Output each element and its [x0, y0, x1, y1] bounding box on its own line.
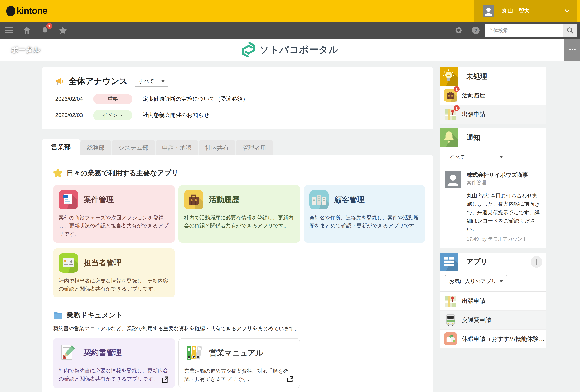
app-item-transport-expense[interactable]: 交通費申請 — [440, 311, 546, 330]
app-card-contract-management[interactable]: 契約書管理 社内で契約書に必要な情報を登録し、更新内容の確認と関係者共有ができる… — [53, 338, 175, 388]
announcement-title: 全体アナウンス — [69, 76, 128, 87]
user-name: 丸山 智大 — [502, 7, 565, 14]
announcement-filter-value: すべて — [139, 78, 154, 84]
map-icon: 1 — [444, 108, 457, 121]
pending-count-badge: 1 — [454, 86, 459, 92]
lightbulb-icon — [440, 67, 458, 86]
star-icon — [58, 26, 67, 35]
pending-item-activity-history[interactable]: 1 活動履歴 — [440, 86, 546, 105]
pending-item-business-trip[interactable]: 1 出張申請 — [440, 105, 546, 124]
documents-section-description: 契約書や営業マニュアルなど、業務で利用する重要な資料を確認・共有できるアプリをま… — [53, 326, 422, 332]
dropdown-caret-icon — [500, 280, 503, 283]
main-content: 全体アナウンス すべて 2026/02/04 重要 定期健康診断の実施について（… — [42, 67, 433, 392]
favorites-button[interactable] — [58, 25, 68, 35]
gear-icon — [454, 26, 463, 34]
vacation-book-icon — [444, 332, 457, 346]
user-menu[interactable]: 丸山 智大 — [474, 0, 577, 22]
notification-item[interactable]: 株式会社サイボウズ商事 案件管理 丸山 智大 本日お打ち合わせ実施しました。提案… — [440, 167, 546, 248]
announcement-filter-select[interactable]: すべて — [134, 76, 169, 87]
notifications-title: 通知 — [466, 133, 480, 142]
app-card-title: 案件管理 — [84, 195, 114, 205]
tab-system[interactable]: システム部 — [112, 140, 155, 155]
id-card-icon — [59, 253, 78, 273]
search-button[interactable] — [563, 24, 577, 36]
app-card-case-management[interactable]: 案件管理 案件の商談フェーズや次回アクションを登録し、更新状況の確認と担当者共有… — [53, 185, 175, 243]
portal-more-button[interactable] — [565, 39, 580, 61]
sotobako-logo-icon — [242, 41, 256, 58]
home-button[interactable] — [22, 25, 32, 35]
map-icon — [444, 294, 457, 308]
app-card-title: 活動履歴 — [209, 195, 239, 205]
notification-count-badge: 1 — [46, 23, 52, 29]
bell-tile-icon — [440, 128, 458, 147]
tab-content-panel: 日々の業務で利用する主要なアプリ — [42, 155, 433, 392]
notifications-filter-value: すべて — [449, 154, 465, 160]
app-card-activity-history[interactable]: 活動履歴 社内で活動履歴に必要な情報を登録し、更新内容の確認と関係者共有ができる… — [178, 185, 300, 243]
megaphone-icon — [55, 76, 65, 86]
apps-filter-select[interactable]: お気に入りのアプリ — [445, 275, 508, 288]
global-navbar: 1 ? — [0, 22, 580, 39]
external-link-icon[interactable] — [287, 376, 294, 383]
user-avatar-icon — [483, 5, 494, 17]
kintone-logo[interactable]: kintone — [6, 5, 47, 16]
app-card-customer-management[interactable]: 顧客管理 会社名や住所、連絡先を登録し、案件や活動履歴をまとめて確認・更新ができ… — [304, 185, 425, 243]
notification-avatar — [445, 171, 461, 188]
external-link-icon[interactable] — [161, 376, 169, 383]
help-button[interactable]: ? — [472, 26, 479, 34]
app-item-label: 交通費申請 — [462, 316, 491, 324]
briefcase-icon: 1 — [444, 89, 457, 102]
notification-app-name: 案件管理 — [467, 180, 528, 186]
apps-tile-icon — [440, 253, 458, 271]
notification-by-label: by — [482, 236, 487, 242]
add-app-button[interactable] — [531, 256, 542, 268]
pending-item-label: 出張申請 — [462, 110, 485, 118]
announcement-date: 2026/02/04 — [55, 96, 90, 102]
document-apps-grid: 契約書管理 社内で契約書に必要な情報を登録し、更新内容の確認と関係者共有ができる… — [53, 338, 422, 388]
question-icon: ? — [472, 26, 479, 34]
hamburger-menu-button[interactable] — [4, 25, 14, 35]
notification-meta: 17:49 by デモ用アカウント — [467, 236, 541, 243]
app-card-description: 社内で契約書に必要な情報を登録し、更新内容の確認と関係者共有ができるアプリです。 — [59, 367, 169, 383]
memo-icon — [59, 343, 78, 363]
app-item-label: 休暇申請（おすすめ機能体験パ… — [462, 335, 546, 343]
pending-item-label: 活動履歴 — [462, 91, 485, 99]
daily-apps-grid: 案件管理 案件の商談フェーズや次回アクションを登録し、更新状況の確認と担当者共有… — [53, 185, 422, 298]
kintone-portal-page: kintone 丸山 智大 — [0, 0, 580, 392]
topbar: kintone 丸山 智大 — [0, 0, 580, 22]
folder-icon — [53, 311, 62, 319]
announcement-panel: 全体アナウンス すべて 2026/02/04 重要 定期健康診断の実施について（… — [42, 67, 433, 130]
tab-internal-share[interactable]: 社内共有 — [199, 140, 235, 155]
portal-header: ポータル ソトバコポータル — [0, 39, 580, 61]
tab-general-affairs[interactable]: 総務部 — [80, 140, 111, 155]
app-card-description: 社内で担当者に必要な情報を登録し、更新内容の確認と関係者共有ができるアプリです。 — [59, 277, 169, 293]
app-card-staff-management[interactable]: 担当者管理 社内で担当者に必要な情報を登録し、更新内容の確認と関係者共有ができる… — [53, 249, 175, 298]
hamburger-icon — [5, 27, 13, 33]
portal-tabs: 営業部 総務部 システム部 申請・承認 社内共有 管理者用 — [42, 139, 433, 155]
kintone-logo-text: kintone — [16, 5, 47, 16]
notifications-button[interactable]: 1 — [40, 25, 50, 35]
tab-admin[interactable]: 管理者用 — [236, 140, 273, 155]
app-item-label: 出張申請 — [462, 297, 485, 305]
pending-count-badge: 1 — [454, 105, 459, 111]
global-search-input[interactable] — [485, 24, 563, 36]
pending-title: 未処理 — [466, 72, 487, 81]
home-icon — [22, 26, 31, 35]
announcement-link[interactable]: 定期健康診断の実施について（受診必須） — [143, 95, 248, 103]
app-item-business-trip[interactable]: 出張申請 — [440, 292, 546, 311]
announcement-tag-important: 重要 — [93, 94, 132, 104]
announcement-link[interactable]: 社内懇親会開催のお知らせ — [143, 112, 209, 119]
binders-icon — [184, 344, 204, 363]
apps-filter-value: お気に入りのアプリ — [449, 278, 497, 285]
notifications-filter-select[interactable]: すべて — [445, 151, 508, 163]
tab-sales[interactable]: 営業部 — [42, 139, 80, 155]
search-icon — [566, 26, 574, 34]
notification-body: 丸山 智大 本日お打ち合わせ実施しました。提案内容に前向きで、来週見積提示予定で… — [467, 192, 541, 234]
notification-org: 株式会社サイボウズ商事 — [467, 171, 528, 179]
app-item-vacation-request[interactable]: 休暇申請（おすすめ機能体験パ… — [440, 330, 546, 348]
section-title-documents: 業務ドキュメント — [67, 311, 123, 320]
app-card-sales-manual[interactable]: 営業マニュアル 営業活動の進め方や提案資料、対応手順を確認・共有できるアプリです… — [178, 338, 300, 388]
settings-button[interactable] — [454, 26, 463, 34]
tab-application-approval[interactable]: 申請・承認 — [155, 140, 198, 155]
notifications-widget: 通知 すべて 株式会社サイボウズ商事 案件管理 — [440, 128, 546, 248]
announcement-date: 2026/02/03 — [55, 112, 90, 118]
